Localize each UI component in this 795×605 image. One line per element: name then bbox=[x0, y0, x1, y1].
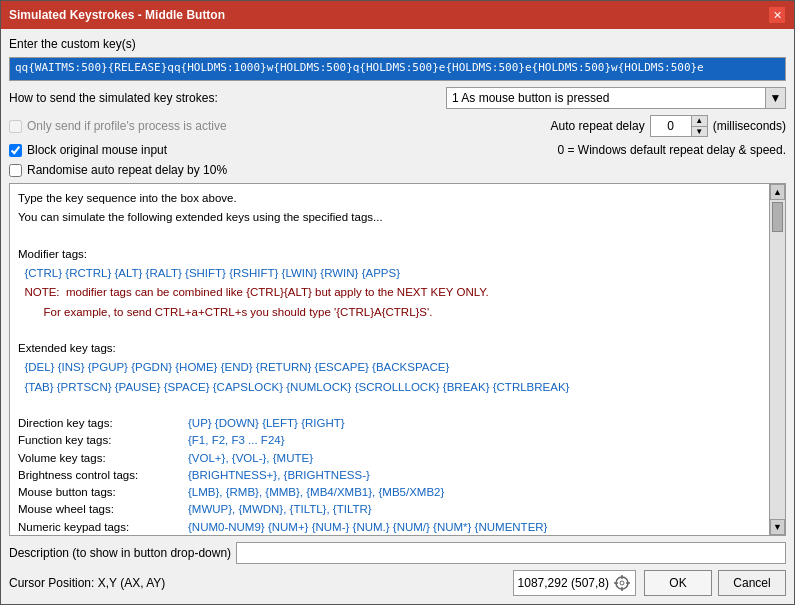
info-line-2: You can simulate the following extended … bbox=[18, 209, 761, 226]
extended-tags-1: {DEL} {INS} {PGUP} {PGDN} {HOME} {END} {… bbox=[18, 359, 761, 376]
spin-buttons: ▲ ▼ bbox=[691, 116, 707, 136]
numpad-row: Numeric keypad tags: {NUM0-NUM9} {NUM+} … bbox=[18, 519, 761, 536]
repeat-input-wrap: ▲ ▼ bbox=[650, 115, 708, 137]
only-send-label: Only send if profile's process is active bbox=[9, 119, 227, 133]
cursor-input-wrap: 1087,292 (507,8) bbox=[513, 570, 636, 596]
randomise-checkbox[interactable] bbox=[9, 164, 22, 177]
only-send-checkbox[interactable] bbox=[9, 120, 22, 133]
send-dropdown[interactable]: 1 As mouse button is pressed ▼ bbox=[446, 87, 786, 109]
auto-repeat-input[interactable] bbox=[651, 116, 691, 136]
extended-tags-header: Extended key tags: bbox=[18, 340, 761, 357]
close-button[interactable]: ✕ bbox=[768, 6, 786, 24]
crosshair-icon bbox=[613, 574, 631, 592]
title-bar-controls: ✕ bbox=[768, 6, 786, 24]
send-row: How to send the simulated key strokes: 1… bbox=[9, 87, 786, 109]
mouse-btn-row: Mouse button tags: {LMB}, {RMB}, {MMB}, … bbox=[18, 484, 761, 501]
numpad-label: Numeric keypad tags: bbox=[18, 519, 188, 536]
brightness-row: Brightness control tags: {BRIGHTNESS+}, … bbox=[18, 467, 761, 484]
mouse-btn-label: Mouse button tags: bbox=[18, 484, 188, 501]
block-row: Block original mouse input bbox=[9, 143, 167, 157]
direction-values: {UP} {DOWN} {LEFT} {RIGHT} bbox=[188, 415, 761, 432]
mouse-wheel-label: Mouse wheel tags: bbox=[18, 501, 188, 518]
function-values: {F1, F2, F3 ... F24} bbox=[188, 432, 761, 449]
spin-down-button[interactable]: ▼ bbox=[691, 127, 707, 137]
direction-row: Direction key tags: {UP} {DOWN} {LEFT} {… bbox=[18, 415, 761, 432]
repeat-unit: (milliseconds) bbox=[713, 119, 786, 133]
volume-row: Volume key tags: {VOL+}, {VOL-}, {MUTE} bbox=[18, 450, 761, 467]
cursor-label: Cursor Position: X,Y (AX, AY) bbox=[9, 576, 513, 590]
direction-label: Direction key tags: bbox=[18, 415, 188, 432]
key-tags-table: Direction key tags: {UP} {DOWN} {LEFT} {… bbox=[18, 415, 761, 535]
repeat-row: Auto repeat delay ▲ ▼ (milliseconds) bbox=[551, 115, 786, 137]
info-box: Type the key sequence into the box above… bbox=[9, 183, 786, 536]
mouse-wheel-row: Mouse wheel tags: {MWUP}, {MWDN}, {TILTL… bbox=[18, 501, 761, 518]
scroll-down-arrow[interactable]: ▼ bbox=[770, 519, 785, 535]
content-area: Enter the custom key(s) qq{WAITMS:500}{R… bbox=[1, 29, 794, 604]
options-row: Only send if profile's process is active… bbox=[9, 115, 786, 137]
numpad-values: {NUM0-NUM9} {NUM+} {NUM-} {NUM.} {NUM/} … bbox=[188, 519, 761, 536]
title-bar: Simulated Keystrokes - Middle Button ✕ bbox=[1, 1, 794, 29]
auto-repeat-label: Auto repeat delay bbox=[551, 119, 645, 133]
dropdown-arrow[interactable]: ▼ bbox=[765, 88, 785, 108]
send-dropdown-value: 1 As mouse button is pressed bbox=[447, 91, 765, 105]
scroll-track[interactable] bbox=[770, 200, 785, 519]
brightness-label: Brightness control tags: bbox=[18, 467, 188, 484]
volume-label: Volume key tags: bbox=[18, 450, 188, 467]
cursor-value: 1087,292 (507,8) bbox=[518, 576, 609, 590]
chevron-down-icon: ▼ bbox=[770, 91, 782, 105]
spin-up-button[interactable]: ▲ bbox=[691, 116, 707, 127]
volume-values: {VOL+}, {VOL-}, {MUTE} bbox=[188, 450, 761, 467]
only-send-text: Only send if profile's process is active bbox=[27, 119, 227, 133]
randomise-label: Randomise auto repeat delay by 10% bbox=[27, 163, 227, 177]
block-original-label: Block original mouse input bbox=[27, 143, 167, 157]
window-title: Simulated Keystrokes - Middle Button bbox=[9, 8, 225, 22]
cancel-button[interactable]: Cancel bbox=[718, 570, 786, 596]
description-input[interactable] bbox=[236, 542, 786, 564]
block-original-checkbox[interactable] bbox=[9, 144, 22, 157]
note-example: For example, to send CTRL+a+CTRL+s you s… bbox=[18, 304, 761, 321]
ok-button[interactable]: OK bbox=[644, 570, 712, 596]
button-row: OK Cancel bbox=[644, 570, 786, 596]
function-label: Function key tags: bbox=[18, 432, 188, 449]
mouse-wheel-values: {MWUP}, {MWDN}, {TILTL}, {TILTR} bbox=[188, 501, 761, 518]
bottom-row: Cursor Position: X,Y (AX, AY) 1087,292 (… bbox=[9, 570, 786, 596]
info-scrollbar[interactable]: ▲ ▼ bbox=[769, 184, 785, 535]
main-window: Simulated Keystrokes - Middle Button ✕ E… bbox=[0, 0, 795, 605]
note-line: NOTE: modifier tags can be combined like… bbox=[18, 284, 761, 301]
modifier-tags-values: {CTRL} {RCTRL} {ALT} {RALT} {SHIFT} {RSH… bbox=[18, 265, 761, 282]
win-default-hint: 0 = Windows default repeat delay & speed… bbox=[558, 143, 786, 157]
function-row: Function key tags: {F1, F2, F3 ... F24} bbox=[18, 432, 761, 449]
send-label: How to send the simulated key strokes: bbox=[9, 91, 218, 105]
svg-point-1 bbox=[620, 581, 624, 585]
extended-tags-2: {TAB} {PRTSCN} {PAUSE} {SPACE} {CAPSLOCK… bbox=[18, 379, 761, 396]
info-line-1: Type the key sequence into the box above… bbox=[18, 190, 761, 207]
modifier-tags-header: Modifier tags: bbox=[18, 246, 761, 263]
mouse-btn-values: {LMB}, {RMB}, {MMB}, {MB4/XMB1}, {MB5/XM… bbox=[188, 484, 761, 501]
target-icon[interactable] bbox=[613, 574, 631, 592]
brightness-values: {BRIGHTNESS+}, {BRIGHTNESS-} bbox=[188, 467, 761, 484]
description-row: Description (to show in button drop-down… bbox=[9, 542, 786, 564]
custom-key-label: Enter the custom key(s) bbox=[9, 37, 786, 51]
scroll-up-arrow[interactable]: ▲ bbox=[770, 184, 785, 200]
scroll-thumb[interactable] bbox=[772, 202, 783, 232]
custom-key-input[interactable]: qq{WAITMS:500}{RELEASE}qq{HOLDMS:1000}w{… bbox=[9, 57, 786, 81]
description-label: Description (to show in button drop-down… bbox=[9, 546, 231, 560]
info-text-area: Type the key sequence into the box above… bbox=[10, 184, 769, 535]
randomise-row: Randomise auto repeat delay by 10% bbox=[9, 163, 786, 177]
